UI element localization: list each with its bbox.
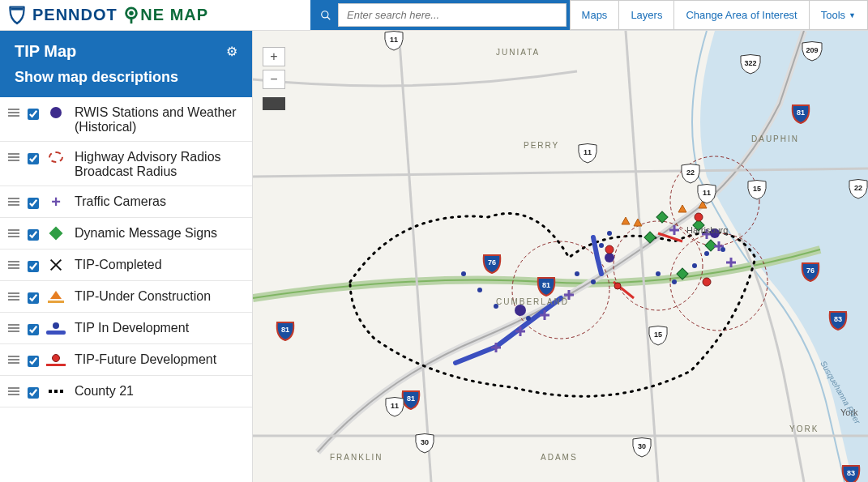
layer-label[interactable]: County 21 (75, 382, 244, 399)
layer-swatch (47, 382, 65, 400)
sidebar-title: TIP Map (15, 42, 76, 61)
caret-down-icon: ▼ (849, 11, 856, 19)
svg-point-17 (461, 271, 466, 276)
layer-checkbox[interactable] (28, 153, 39, 164)
svg-text:22: 22 (854, 184, 862, 192)
svg-point-14 (515, 305, 526, 316)
layer-label[interactable]: Traffic Cameras (75, 193, 244, 209)
layer-label[interactable]: TIP-Completed (75, 256, 244, 272)
svg-text:81: 81 (542, 281, 550, 289)
county-label: CUMBERLAND (496, 297, 569, 306)
layer-row-tip-under-construction: TIP-Under Construction (0, 281, 252, 313)
county-label: ADAMS (541, 453, 578, 462)
nav-layers[interactable]: Layers (619, 0, 674, 30)
gear-icon[interactable]: ⚙ (226, 44, 237, 59)
svg-text:22: 22 (686, 168, 695, 177)
layer-checkbox[interactable] (28, 261, 39, 272)
drag-handle-icon[interactable] (8, 104, 19, 117)
layer-swatch (47, 319, 65, 337)
drag-handle-icon[interactable] (8, 224, 19, 237)
map-pin-icon (122, 6, 140, 24)
full-extent-button[interactable] (263, 97, 285, 110)
svg-point-27 (672, 279, 677, 284)
svg-text:30: 30 (638, 442, 646, 450)
logo-area: PENNDOT NE MAP (0, 0, 310, 30)
svg-point-30 (720, 247, 725, 252)
county-label: YORK (789, 424, 819, 433)
svg-point-31 (605, 245, 614, 254)
svg-point-18 (477, 288, 482, 292)
layer-checkbox[interactable] (28, 292, 39, 304)
layer-swatch (47, 256, 65, 274)
svg-point-2 (322, 11, 328, 17)
sidebar-header: TIP Map ⚙ Show map descriptions (0, 31, 252, 97)
layers-list: RWIS Stations and Weather (Historical) H… (0, 97, 252, 482)
search-input[interactable] (338, 3, 567, 27)
nav-maps[interactable]: Maps (570, 0, 620, 30)
sidebar: TIP Map ⚙ Show map descriptions RWIS Sta… (0, 31, 253, 482)
drag-handle-icon[interactable] (8, 382, 19, 395)
layer-label[interactable]: TIP-Future Development (75, 351, 244, 367)
layer-swatch (47, 148, 65, 166)
show-descriptions-toggle[interactable]: Show map descriptions (15, 69, 237, 86)
zoom-in-button[interactable]: + (263, 47, 285, 66)
svg-text:81: 81 (797, 109, 805, 117)
layer-checkbox[interactable] (28, 324, 39, 335)
svg-point-25 (607, 231, 612, 236)
svg-text:83: 83 (834, 315, 842, 323)
layer-row-har: Highway Advisory Radios Broadcast Radius (0, 142, 252, 186)
layer-checkbox[interactable] (28, 229, 39, 241)
map-canvas[interactable]: + − (253, 31, 868, 482)
svg-text:15: 15 (753, 185, 761, 193)
drag-handle-icon[interactable] (8, 288, 19, 301)
nav-tools[interactable]: Tools▼ (810, 0, 868, 30)
layer-row-tip-in-development: TIP In Development (0, 313, 252, 344)
layer-swatch (47, 288, 65, 305)
layer-checkbox[interactable] (28, 387, 39, 399)
drag-handle-icon[interactable] (8, 193, 19, 206)
search-icon (320, 10, 331, 21)
layer-row-dms: Dynamic Message Signs (0, 218, 252, 250)
svg-text:15: 15 (654, 331, 662, 339)
layer-swatch (47, 104, 65, 122)
layer-swatch: + (47, 193, 65, 211)
layer-checkbox[interactable] (28, 109, 39, 120)
logo-text: PENNDOT NE MAP (32, 6, 208, 25)
layer-row-county: County 21 (0, 376, 252, 407)
svg-text:76: 76 (488, 258, 496, 267)
svg-point-15 (605, 253, 614, 262)
layer-label[interactable]: Highway Advisory Radios Broadcast Radius (75, 148, 244, 179)
svg-point-24 (599, 243, 604, 248)
drag-handle-icon[interactable] (8, 351, 19, 364)
nav-area-of-interest[interactable]: Change Area of Interest (674, 0, 809, 30)
svg-point-29 (704, 251, 709, 256)
layer-row-rwis: RWIS Stations and Weather (Historical) (0, 97, 252, 142)
search-button[interactable] (314, 3, 338, 27)
city-label: Harrisburg (686, 225, 728, 235)
county-label: DAUPHIN (751, 134, 799, 143)
svg-point-20 (526, 316, 531, 321)
svg-point-34 (614, 283, 621, 289)
svg-line-3 (327, 16, 331, 19)
layer-row-tip-completed: TIP-Completed (0, 250, 252, 281)
layer-checkbox[interactable] (28, 356, 39, 367)
drag-handle-icon[interactable] (8, 319, 19, 332)
layer-label[interactable]: Dynamic Message Signs (75, 224, 244, 241)
drag-handle-icon[interactable] (8, 148, 19, 161)
county-label: JUNIATA (496, 48, 540, 57)
svg-point-22 (575, 271, 579, 276)
layer-label[interactable]: RWIS Stations and Weather (Historical) (75, 104, 244, 134)
svg-point-26 (656, 271, 661, 276)
layer-swatch (47, 224, 65, 242)
zoom-out-button[interactable]: − (263, 70, 285, 89)
svg-text:76: 76 (806, 267, 815, 275)
layer-label[interactable]: TIP In Development (75, 319, 244, 335)
layer-swatch (47, 351, 65, 369)
drag-handle-icon[interactable] (8, 256, 19, 269)
layer-checkbox[interactable] (28, 198, 39, 209)
svg-text:81: 81 (407, 395, 415, 403)
svg-text:11: 11 (584, 148, 592, 156)
svg-point-28 (692, 263, 697, 268)
svg-text:30: 30 (421, 438, 429, 446)
layer-label[interactable]: TIP-Under Construction (75, 288, 244, 304)
